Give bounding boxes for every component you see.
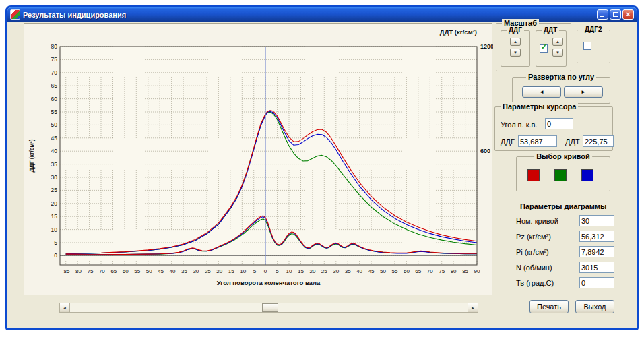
svg-text:15: 15	[298, 268, 304, 274]
svg-text:-70: -70	[97, 268, 105, 274]
cursor-ddg-label: ДДГ	[501, 137, 515, 146]
svg-text:45: 45	[368, 268, 375, 274]
svg-text:70: 70	[427, 268, 433, 274]
svg-text:25: 25	[51, 187, 58, 193]
cursor-params-group: Параметры курсора Угол п. к.в. ДДГ ДДТ	[494, 106, 613, 151]
svg-text:-55: -55	[133, 268, 141, 274]
svg-text:-20: -20	[215, 268, 223, 274]
diagram-pi-field[interactable]	[579, 246, 614, 257]
svg-text:-10: -10	[238, 268, 247, 274]
maximize-icon	[613, 12, 618, 17]
svg-text:-65: -65	[109, 268, 117, 274]
svg-text:10: 10	[286, 268, 292, 274]
svg-text:-30: -30	[191, 268, 199, 274]
svg-text:30: 30	[333, 268, 339, 274]
svg-text:ДДГ (кг/см²): ДДГ (кг/см²)	[28, 139, 35, 172]
ddt-scale-checkbox[interactable]: ✓	[540, 44, 548, 53]
svg-text:-85: -85	[62, 268, 70, 274]
svg-text:Угол поворота коленчатого вала: Угол поворота коленчатого вала	[217, 279, 321, 286]
minimize-icon	[600, 16, 604, 17]
svg-text:600: 600	[480, 148, 490, 154]
ddg-scale-up-button[interactable]: ▲	[510, 38, 521, 46]
svg-text:0: 0	[54, 252, 57, 259]
curve-red-swatch[interactable]	[527, 169, 540, 181]
diagram-n-field[interactable]	[579, 262, 614, 273]
minimize-button[interactable]	[597, 9, 608, 20]
diagram-tv-field[interactable]	[579, 277, 614, 288]
cursor-angle-field[interactable]	[545, 118, 573, 129]
scroll-right-button[interactable]: ►	[468, 303, 478, 312]
diagram-row-label: Ном. кривой	[516, 217, 558, 225]
sweep-group: Развертка по углу ◄ ►	[512, 77, 610, 104]
cursor-ddg-field[interactable]	[518, 135, 557, 147]
sweep-right-button[interactable]: ►	[564, 86, 603, 98]
svg-text:-45: -45	[156, 268, 164, 274]
client-area: -85-80-75-70-65-60-55-50-45-40-35-30-25-…	[7, 22, 637, 328]
svg-text:-60: -60	[121, 268, 129, 274]
svg-text:5: 5	[54, 239, 57, 246]
app-icon	[10, 9, 20, 20]
svg-text:0: 0	[264, 268, 267, 274]
svg-text:40: 40	[51, 148, 58, 154]
scroll-thumb[interactable]	[262, 303, 278, 312]
svg-text:70: 70	[51, 69, 58, 76]
ddt-scale-down-button[interactable]: ▼	[552, 49, 563, 57]
svg-text:90: 90	[474, 268, 480, 274]
maximize-button[interactable]	[610, 9, 621, 20]
ddg2-checkbox[interactable]	[583, 42, 591, 50]
diagram-pz-field[interactable]	[579, 231, 614, 242]
svg-text:55: 55	[51, 109, 58, 115]
sweep-group-title: Развертка по углу	[526, 73, 596, 81]
scroll-left-button[interactable]: ◄	[60, 303, 70, 312]
diagram-curve-number-field[interactable]	[579, 215, 614, 226]
curve-blue-swatch[interactable]	[581, 169, 593, 181]
cursor-ddt-field[interactable]	[583, 135, 614, 147]
svg-text:20: 20	[51, 200, 58, 207]
svg-text:65: 65	[415, 268, 421, 274]
ddt-scale-subgroup: ДДТ ✓ ▲ ▼	[536, 30, 567, 67]
svg-text:-50: -50	[144, 268, 152, 274]
ddt-scale-up-button[interactable]: ▲	[552, 38, 563, 46]
svg-text:80: 80	[51, 43, 58, 50]
svg-text:45: 45	[51, 135, 58, 142]
svg-text:80: 80	[451, 268, 457, 274]
svg-text:-15: -15	[226, 268, 234, 274]
close-button[interactable]: ×	[622, 9, 634, 20]
print-button[interactable]: Печать	[529, 300, 569, 313]
svg-text:ДДТ (кг/см²): ДДТ (кг/см²)	[440, 28, 477, 36]
svg-text:-25: -25	[203, 268, 211, 274]
svg-text:10: 10	[51, 226, 58, 233]
svg-text:35: 35	[51, 161, 58, 168]
chart-panel: -85-80-75-70-65-60-55-50-45-40-35-30-25-…	[24, 23, 492, 295]
ddg-scale-subgroup: ДДГ ▲ ▼	[501, 30, 530, 67]
app-window: Результаты индицирования × -85-80-75-70-…	[5, 5, 639, 330]
svg-text:65: 65	[51, 82, 58, 89]
svg-text:20: 20	[309, 268, 315, 274]
scroll-track[interactable]	[70, 303, 468, 312]
window-title: Результаты индицирования	[23, 11, 597, 19]
svg-text:85: 85	[462, 268, 468, 274]
scale-group: Масштаб ДДГ ▲ ▼ ДДТ ✓ ▲ ▼	[496, 23, 571, 71]
svg-text:60: 60	[404, 268, 410, 274]
svg-text:50: 50	[380, 268, 386, 274]
svg-text:75: 75	[51, 56, 58, 63]
svg-text:5: 5	[276, 268, 279, 274]
ddg-scale-down-button[interactable]: ▼	[510, 49, 521, 57]
svg-text:55: 55	[391, 268, 397, 274]
title-bar[interactable]: Результаты индицирования ×	[7, 7, 637, 22]
curve-green-swatch[interactable]	[554, 169, 567, 181]
diagram-row-label: Pz (кг/см²)	[516, 233, 551, 241]
svg-text:-80: -80	[73, 268, 82, 274]
cursor-ddt-label: ДДТ	[565, 137, 580, 146]
indicator-chart: -85-80-75-70-65-60-55-50-45-40-35-30-25-…	[24, 24, 493, 296]
horizontal-scrollbar[interactable]: ◄ ►	[59, 303, 478, 313]
ddg-scale-label: ДДГ	[507, 26, 524, 34]
sweep-left-button[interactable]: ◄	[522, 86, 561, 98]
svg-text:75: 75	[439, 268, 445, 274]
window-controls: ×	[597, 9, 634, 20]
svg-text:60: 60	[51, 96, 58, 102]
diagram-row-label: N (об/мин)	[516, 264, 552, 272]
ddt-scale-label: ДДТ	[542, 26, 559, 34]
svg-text:-40: -40	[168, 268, 176, 274]
exit-button[interactable]: Выход	[575, 300, 614, 313]
